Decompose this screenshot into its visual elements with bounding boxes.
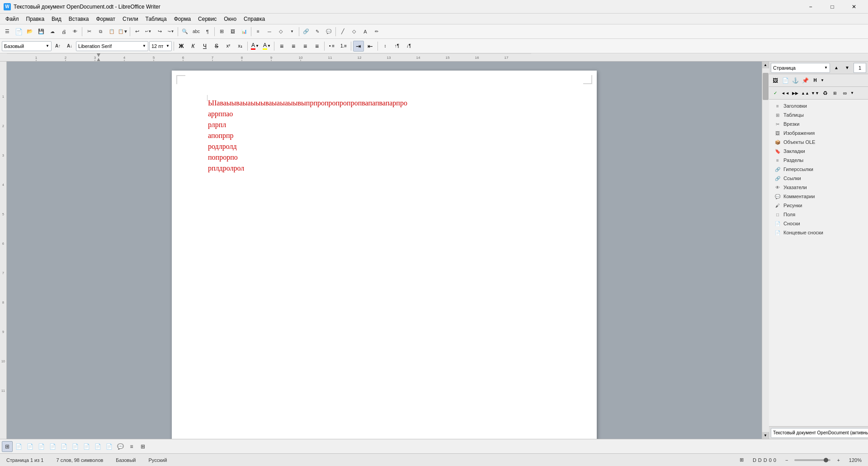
panel-btn-pin[interactable]: 📌	[801, 76, 810, 85]
paragraph-style-dropdown[interactable]: Базовый ▼	[2, 41, 52, 51]
panel-btn-next-next[interactable]: ▶▶	[791, 89, 800, 98]
image-btn[interactable]: 🖼	[227, 26, 238, 37]
bold-btn[interactable]: Ж	[176, 41, 187, 52]
minimize-button[interactable]: −	[800, 0, 821, 14]
align-justify-btn[interactable]: ≡	[311, 41, 322, 52]
nav-item-sections[interactable]: ≡ Разделы	[769, 156, 868, 165]
formatting-marks-btn[interactable]: ¶	[202, 26, 213, 37]
scroll-thumb[interactable]	[763, 73, 769, 100]
menu-window[interactable]: Окно	[220, 15, 240, 23]
comment-2-btn[interactable]: 💬	[115, 441, 126, 452]
grid-2-btn[interactable]: ⊞	[137, 441, 148, 452]
panel-btn-down-down[interactable]: ▼▼	[811, 89, 820, 98]
new-doc-btn[interactable]: 📄	[13, 26, 24, 37]
scroll-track[interactable]	[762, 68, 769, 432]
save-btn[interactable]: 💾	[36, 26, 47, 37]
panel-btn-refresh[interactable]: ♻	[821, 89, 830, 98]
menu-view[interactable]: Вид	[48, 15, 65, 23]
panel-btn-prev-prev[interactable]: ◄◄	[781, 89, 790, 98]
page-number-input[interactable]: 1	[854, 63, 866, 73]
view-normal-btn[interactable]: ⊞	[2, 441, 13, 452]
para-spacing-down-btn[interactable]: ↓¶	[403, 41, 414, 52]
fontwork-btn[interactable]: A	[360, 26, 371, 37]
panel-inf-arrow[interactable]: ▼	[850, 91, 854, 95]
find-btn[interactable]: 🔍	[179, 26, 190, 37]
view-9-btn[interactable]: 📄	[92, 441, 103, 452]
menu-help[interactable]: Справка	[240, 15, 269, 23]
close-button[interactable]: ✕	[844, 0, 864, 14]
line-btn[interactable]: ─	[264, 26, 275, 37]
nav-item-references[interactable]: 🔗 Ссылки	[769, 174, 868, 183]
nav-item-indexes[interactable]: 👁 Указатели	[769, 183, 868, 192]
zoom-slider[interactable]	[794, 459, 830, 461]
italic-btn[interactable]: К	[188, 41, 198, 52]
nav-item-images[interactable]: 🖼 Изображения	[769, 128, 868, 138]
nav-item-frames[interactable]: ✂ Врезки	[769, 119, 868, 128]
menu-format[interactable]: Формат	[92, 15, 119, 23]
cut-btn[interactable]: ✂	[84, 26, 94, 37]
undo-list-btn[interactable]: ↩▼	[143, 26, 154, 37]
menu-insert[interactable]: Вставка	[65, 15, 93, 23]
hyperlink-btn[interactable]: 🔗	[301, 26, 311, 37]
menu-edit[interactable]: Правка	[23, 15, 48, 23]
shapes-btn[interactable]: ◇	[275, 26, 286, 37]
comment-btn[interactable]: 💬	[323, 26, 334, 37]
scroll-down-btn[interactable]: ▼	[762, 432, 769, 439]
nav-item-endnotes[interactable]: 📄 Концевые сноски	[769, 228, 868, 237]
font-increase-btn[interactable]: A↑	[52, 41, 63, 52]
nav-item-tables[interactable]: ⊞ Таблицы	[769, 110, 868, 119]
indent-less-btn[interactable]: ⇤	[365, 41, 376, 52]
font-decrease-btn[interactable]: A↓	[64, 41, 75, 52]
strikethrough-btn[interactable]: S	[211, 41, 222, 52]
page-info[interactable]: Страница 1 из 1	[4, 456, 46, 464]
panel-nav-up[interactable]: ▲	[832, 63, 841, 72]
panel-btn-image[interactable]: 🖼	[771, 76, 780, 85]
panel-btn-grid[interactable]: ⊞	[830, 89, 840, 98]
align-center-btn[interactable]: ≡	[288, 41, 299, 52]
menu-form[interactable]: Форма	[170, 15, 194, 23]
language-status[interactable]: Русский	[146, 456, 170, 464]
zoom-minus-btn[interactable]: −	[783, 456, 791, 464]
nav-item-ole[interactable]: 📦 Объекты OLE	[769, 138, 868, 147]
document-area[interactable]: ЫIаваыываыаыыываыаыаыывыпрпропропропропв…	[7, 62, 762, 439]
list-bullets-btn[interactable]: • ≡	[326, 41, 337, 52]
view-6-btn[interactable]: 📄	[58, 441, 69, 452]
panel-btn-anchor[interactable]: ⚓	[791, 76, 800, 85]
undo-btn[interactable]: ↩	[132, 26, 142, 37]
insert-mode-indicator[interactable]: ⊞	[737, 456, 746, 464]
font-color-btn[interactable]: А ▼	[250, 41, 260, 52]
redo-list-btn[interactable]: ↪▼	[165, 26, 176, 37]
panel-btn-infinity[interactable]: ∞	[840, 89, 849, 98]
scroll-up-btn[interactable]: ▲	[762, 62, 769, 68]
style-status[interactable]: Базовый	[113, 456, 138, 464]
menu-file[interactable]: Файл	[2, 15, 23, 23]
panel-h-arrow[interactable]: ▼	[821, 78, 824, 82]
highlight-color-btn[interactable]: А ▼	[261, 41, 272, 52]
chart-btn[interactable]: 📊	[239, 26, 250, 37]
page-content[interactable]: ЫIаваыываыаыыываыаыаыывыпрпропропропропв…	[208, 98, 561, 174]
panel-btn-new[interactable]: 📄	[781, 76, 790, 85]
print-btn[interactable]: 🖨	[58, 26, 69, 37]
superscript-btn[interactable]: x²	[223, 41, 234, 52]
font-size-dropdown[interactable]: 12 пт ▼	[149, 41, 172, 51]
panel-btn-up-up[interactable]: ▲▲	[801, 89, 810, 98]
preview-btn[interactable]: 👁	[70, 26, 80, 37]
draw-functions-btn[interactable]: ╱	[337, 26, 348, 37]
align-left-btn[interactable]: ≡	[276, 41, 287, 52]
spellcheck-btn[interactable]: abc	[191, 26, 202, 37]
show-draw-btn[interactable]: ✏	[371, 26, 382, 37]
line-spacing-btn[interactable]: ↕	[380, 41, 391, 52]
panel-nav-down[interactable]: ▼	[843, 63, 852, 72]
word-count[interactable]: 7 слов, 98 символов	[53, 456, 106, 464]
nav-item-headings[interactable]: ≡ Заголовки	[769, 101, 868, 110]
basic-shapes-btn[interactable]: ◇	[349, 26, 359, 37]
open-btn[interactable]: 📂	[24, 26, 35, 37]
paste-btn[interactable]: 📋	[106, 26, 117, 37]
menu-table[interactable]: Таблица	[142, 15, 170, 23]
view-outline-btn[interactable]: 📄	[24, 441, 35, 452]
new-btn[interactable]: ☰	[2, 26, 13, 37]
zoom-thumb[interactable]	[824, 458, 828, 462]
paste-special-btn[interactable]: 📋▼	[118, 26, 128, 37]
maximize-button[interactable]: □	[822, 0, 843, 14]
category-dropdown[interactable]: Страница ▼	[771, 63, 830, 73]
